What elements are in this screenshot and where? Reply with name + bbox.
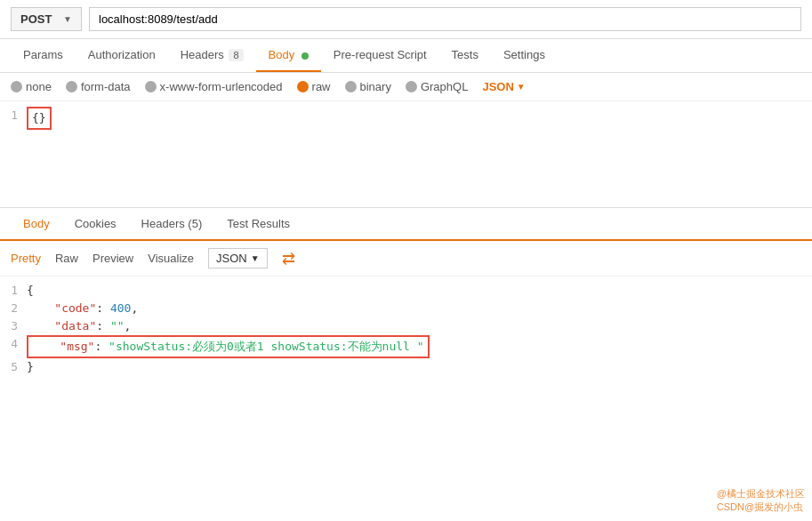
tab-prerequest[interactable]: Pre-request Script (321, 39, 439, 72)
resp-val-data: "" (110, 319, 125, 333)
wrap-icon[interactable]: ⇄ (282, 249, 295, 269)
radio-graphql[interactable]: GraphQL (406, 80, 468, 93)
resp-json-arrow-icon: ▼ (251, 253, 260, 263)
resp-line-2: 2 "code": 400, (0, 300, 812, 317)
radio-graphql-circle (406, 81, 417, 92)
resp-json-dropdown[interactable]: JSON ▼ (208, 248, 268, 269)
resp-line-4: 4 "msg": "showStatus:必须为0或者1 showStatus:… (0, 335, 812, 358)
editor-line-1: 1 {} (0, 107, 812, 130)
url-bar: POST ▼ (0, 0, 812, 39)
radio-graphql-label: GraphQL (421, 80, 468, 93)
radio-urlencoded-circle (145, 81, 157, 92)
resp-val-code: 400 (110, 301, 131, 315)
tab-tests[interactable]: Tests (439, 39, 491, 72)
method-arrow-icon: ▼ (63, 14, 72, 24)
headers-badge: 8 (229, 49, 243, 61)
radio-none-circle (11, 81, 22, 92)
resp-raw[interactable]: Raw (55, 252, 78, 265)
json-format-dropdown[interactable]: JSON ▼ (482, 80, 525, 93)
response-tabs: Body Cookies Headers (5) Test Results (0, 208, 812, 241)
radio-formdata[interactable]: form-data (66, 80, 131, 93)
resp-visualize[interactable]: Visualize (148, 252, 194, 265)
editor-line-num-1: 1 (0, 107, 27, 124)
request-tabs: Params Authorization Headers 8 Body Pre-… (0, 39, 812, 73)
resp-tab-test-results[interactable]: Test Results (214, 208, 302, 241)
response-section: Body Cookies Headers (5) Test Results Pr… (0, 208, 812, 381)
resp-val-msg: "showStatus:必须为0或者1 showStatus:不能为null " (109, 340, 423, 353)
radio-binary-label: binary (360, 80, 391, 93)
tab-params[interactable]: Params (11, 39, 76, 72)
json-format-arrow-icon: ▼ (517, 82, 526, 92)
tab-settings[interactable]: Settings (491, 39, 558, 72)
radio-binary-circle (345, 81, 357, 92)
json-format-label: JSON (482, 80, 513, 93)
radio-none-label: none (26, 80, 52, 93)
tab-body[interactable]: Body (256, 39, 321, 72)
radio-formdata-circle (66, 81, 77, 92)
resp-json-label: JSON (216, 252, 247, 265)
radio-urlencoded[interactable]: x-www-form-urlencoded (145, 80, 283, 93)
resp-tab-body[interactable]: Body (11, 208, 62, 241)
resp-controls-row: Pretty Raw Preview Visualize JSON ▼ ⇄ (0, 241, 812, 277)
resp-msg-highlighted: "msg": "showStatus:必须为0或者1 showStatus:不能… (27, 335, 430, 358)
resp-line-1: 1 { (0, 282, 812, 300)
radio-none[interactable]: none (11, 80, 52, 93)
tab-headers[interactable]: Headers 8 (168, 39, 256, 72)
radio-urlencoded-label: x-www-form-urlencoded (160, 80, 283, 93)
method-select[interactable]: POST ▼ (11, 7, 82, 31)
resp-pretty[interactable]: Pretty (11, 252, 41, 265)
tab-authorization[interactable]: Authorization (76, 39, 168, 72)
resp-preview[interactable]: Preview (92, 252, 133, 265)
radio-raw-label: raw (312, 80, 331, 93)
radio-raw-circle (297, 81, 309, 92)
resp-key-msg: "msg" (60, 340, 94, 353)
response-body-code: 1 { 2 "code": 400, 3 "data": "", 4 "msg"… (0, 277, 812, 381)
url-input[interactable] (89, 7, 801, 31)
radio-raw[interactable]: raw (297, 80, 331, 93)
editor-highlighted-braces: {} (27, 107, 52, 130)
radio-binary[interactable]: binary (345, 80, 391, 93)
request-editor[interactable]: 1 {} (0, 101, 812, 208)
resp-key-data: "data" (54, 319, 96, 333)
editor-line-content-1: {} (27, 107, 812, 130)
resp-tab-headers[interactable]: Headers (5) (129, 208, 215, 241)
resp-tab-cookies[interactable]: Cookies (62, 208, 129, 241)
resp-key-code: "code" (54, 301, 96, 315)
radio-formdata-label: form-data (81, 80, 131, 93)
body-active-dot (301, 52, 309, 60)
method-label: POST (20, 12, 52, 26)
resp-line-3: 3 "data": "", (0, 317, 812, 335)
resp-line-5: 5 } (0, 358, 812, 376)
body-type-row: none form-data x-www-form-urlencoded raw… (0, 73, 812, 101)
